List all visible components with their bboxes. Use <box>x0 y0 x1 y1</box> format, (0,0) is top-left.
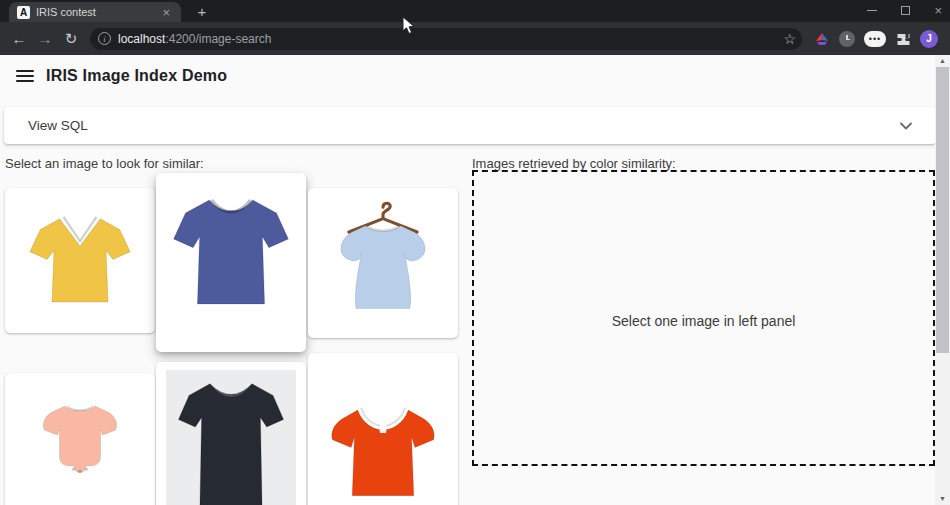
profile-avatar[interactable]: J <box>920 30 938 48</box>
minimize-button[interactable] <box>867 10 877 11</box>
extensions-cluster: ••• J ⋮ <box>814 30 950 48</box>
scrollbar-down-arrow[interactable]: ▼ <box>935 493 950 505</box>
browser-tab[interactable]: A IRIS contest × <box>9 2 181 22</box>
url-path: :4200/image-search <box>165 32 271 46</box>
new-tab-button[interactable]: + <box>192 3 212 21</box>
window-controls: × <box>867 0 942 20</box>
yellow-vneck-tee-image <box>22 205 138 312</box>
black-tee-photo-background <box>166 370 296 505</box>
url-host: localhost <box>118 32 165 46</box>
app-page: IRIS Image Index Demo View SQL Select an… <box>0 55 950 505</box>
back-button[interactable]: ← <box>6 30 32 47</box>
maximize-button[interactable] <box>901 6 910 15</box>
browser-toolbar: ← → ↻ i localhost:4200/image-search ☆ ••… <box>0 22 950 55</box>
url-text: localhost:4200/image-search <box>118 32 777 46</box>
clock-extension-icon[interactable] <box>839 31 855 47</box>
window-close-button[interactable]: × <box>934 4 942 17</box>
extensions-puzzle-icon[interactable] <box>895 31 911 47</box>
adblock-extension-icon[interactable]: ••• <box>864 31 886 47</box>
scrollbar-thumb[interactable] <box>936 67 949 353</box>
tab-title: IRIS contest <box>36 6 153 18</box>
app-header: IRIS Image Index Demo <box>16 67 227 85</box>
black-tee-image <box>168 370 294 505</box>
page-scrollbar[interactable]: ▲ ▼ <box>935 55 950 505</box>
image-card-blue-tee[interactable] <box>156 173 306 352</box>
tab-strip: A IRIS contest × + × <box>0 0 950 22</box>
blue-tee-image <box>166 187 296 317</box>
image-card-lightblue-blouse[interactable] <box>308 188 458 338</box>
mouse-cursor <box>402 16 415 35</box>
angular-favicon-icon: A <box>17 6 30 19</box>
image-card-peach-onesie[interactable] <box>5 373 155 505</box>
lightblue-blouse-image <box>321 199 445 323</box>
scrollbar-up-arrow[interactable]: ▲ <box>935 55 950 67</box>
hamburger-menu-icon[interactable] <box>16 70 34 82</box>
browser-window: A IRIS contest × + × ← → ↻ i localhost:4… <box>0 0 950 505</box>
reload-button[interactable]: ↻ <box>58 30 84 48</box>
page-title: IRIS Image Index Demo <box>46 67 227 85</box>
results-placeholder-text: Select one image in left panel <box>612 307 796 329</box>
orange-crop-top-image <box>317 387 449 499</box>
gallery-caption: Select an image to look for similar: <box>5 156 204 171</box>
peach-onesie-image <box>24 389 136 492</box>
results-caption: Images retrieved by color similarity: <box>472 156 676 171</box>
chevron-down-icon[interactable] <box>900 122 912 130</box>
devtools-extension-icon[interactable] <box>814 31 830 47</box>
tab-close-icon[interactable]: × <box>159 5 173 20</box>
site-info-icon[interactable]: i <box>98 32 111 45</box>
forward-button[interactable]: → <box>32 30 58 47</box>
image-card-orange-crop-top[interactable] <box>308 353 458 505</box>
image-card-yellow-vneck-tee[interactable] <box>5 188 155 333</box>
address-bar[interactable]: i localhost:4200/image-search ☆ <box>90 28 802 50</box>
image-card-black-tee[interactable] <box>156 362 306 505</box>
view-sql-expansion-panel[interactable]: View SQL <box>4 107 936 144</box>
results-dropzone: Select one image in left panel <box>472 170 935 466</box>
view-sql-label: View SQL <box>28 118 900 133</box>
bookmark-star-icon[interactable]: ☆ <box>783 31 796 47</box>
